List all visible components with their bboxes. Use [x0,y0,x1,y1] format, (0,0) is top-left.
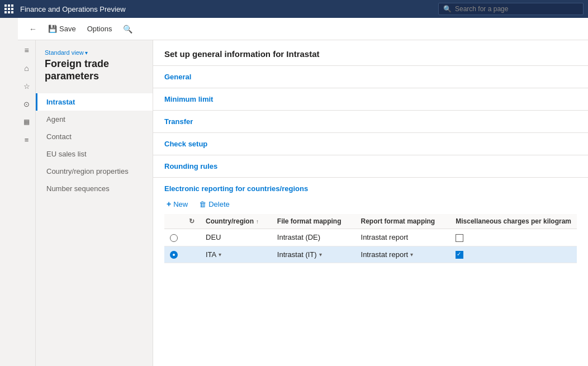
options-label: Options [87,25,112,33]
page-meta: Standard view ▾ Foreign trade parameters [36,45,153,84]
main-layout: ≡ ⌂ ☆ ⊙ ▦ ≡ Standard view ▾ [18,18,588,366]
modules-icon-btn[interactable]: ≡ [19,132,35,148]
favorites-icon-btn[interactable]: ☆ [19,78,35,94]
section-general-label: General [164,73,191,81]
er-section-title: Electronic reporting for countries/regio… [164,184,577,193]
row-ita-refresh-cell [183,246,200,263]
row-deu-country: DEU [200,229,272,246]
waffle-icon[interactable] [4,4,12,13]
hamburger-icon-btn[interactable]: ≡ [19,42,35,58]
content-area: ≡ ⌂ ☆ ⊙ ▦ ≡ Standard view ▾ [18,40,588,366]
save-icon: 💾 [48,25,57,33]
table-row: ITA ▾ Intrastat (IT) ▾ [164,246,577,263]
row-deu-checkbox[interactable] [456,234,463,242]
save-label: Save [59,25,76,33]
recent-icon: ⊙ [23,100,30,108]
country-region-header: Country/region ↑ [206,217,266,225]
section-rounding-rules[interactable]: Rounding rules [153,155,588,178]
side-nav: Standard view ▾ Foreign trade parameters… [36,40,153,366]
new-button[interactable]: + New [164,198,190,210]
home-icon-btn[interactable]: ⌂ [19,60,35,76]
app-icon-bar: ≡ ⌂ ☆ ⊙ ▦ ≡ [18,40,36,366]
ita-country-dropdown-arrow[interactable]: ▾ [219,251,221,258]
app-title: Finance and Operations Preview [20,5,438,13]
new-label: New [173,200,188,208]
row-ita-radio[interactable] [170,251,178,259]
search-toolbar-button[interactable]: 🔍 [118,22,137,36]
row-ita-country-dropdown: ITA ▾ [206,250,266,259]
back-button[interactable]: ← [25,22,41,36]
plus-icon: + [167,199,171,208]
ita-report-dropdown-arrow[interactable]: ▾ [410,251,413,258]
er-toolbar: + New 🗑 Delete [164,198,577,210]
delete-button[interactable]: 🗑 Delete [197,199,232,210]
col-country-region[interactable]: Country/region ↑ [200,214,272,229]
row-ita-report-text: Intrastat report [361,250,409,259]
panel-header: Set up general information for Intrastat [153,40,588,66]
refresh-icon: ↻ [189,217,195,225]
row-deu-misc-cell[interactable] [450,229,577,246]
sidebar-item-country-region-properties[interactable]: Country/region properties [36,163,153,180]
options-button[interactable]: Options [83,22,117,35]
view-chevron-icon: ▾ [85,50,88,56]
row-ita-report-dropdown: Intrastat report ▾ [361,250,445,259]
page-title: Foreign trade parameters [45,58,144,82]
section-check-setup-label: Check setup [164,140,207,148]
modules-icon: ≡ [25,136,29,144]
section-general[interactable]: General [153,66,588,88]
sidebar-item-intrastat[interactable]: Intrastat [36,93,153,111]
section-minimum-limit-label: Minimum limit [164,95,213,103]
row-deu-radio[interactable] [170,234,178,242]
search-toolbar-icon: 🔍 [123,25,132,34]
section-minimum-limit[interactable]: Minimum limit [153,88,588,111]
table-header-row: ↻ Country/region ↑ File format mapping R… [164,214,577,229]
table-row: DEU Intrastat (DE) Intrastat report [164,229,577,246]
section-rounding-rules-label: Rounding rules [164,162,217,170]
ita-file-dropdown-arrow[interactable]: ▾ [319,251,322,258]
row-deu-file-format: Intrastat (DE) [272,229,355,246]
row-ita-radio-cell[interactable] [164,246,183,263]
row-deu-radio-cell[interactable] [164,229,183,246]
delete-label: Delete [208,200,230,208]
section-transfer-label: Transfer [164,117,193,126]
section-check-setup[interactable]: Check setup [153,133,588,155]
sidebar-item-number-sequences[interactable]: Number sequences [36,180,153,197]
row-ita-misc-cell[interactable] [450,246,577,263]
back-icon: ← [29,25,37,34]
row-ita-file-text: Intrastat (IT) [277,250,317,259]
row-ita-file-dropdown: Intrastat (IT) ▾ [277,250,350,259]
search-icon: 🔍 [443,5,452,13]
col-radio [164,214,183,229]
workspaces-icon: ▦ [23,118,30,126]
top-bar: Finance and Operations Preview 🔍 Search … [0,0,588,18]
row-ita-file-format: Intrastat (IT) ▾ [272,246,355,263]
sidebar-item-eu-sales-list[interactable]: EU sales list [36,145,153,163]
delete-icon: 🗑 [199,200,206,208]
search-placeholder-text: Search for a page [455,5,508,13]
toolbar: ← 💾 Save Options 🔍 [18,18,588,40]
view-selector[interactable]: Standard view ▾ [45,49,144,56]
hamburger-icon: ≡ [24,46,29,55]
section-transfer[interactable]: Transfer [153,111,588,133]
row-ita-country: ITA ▾ [200,246,272,263]
row-ita-checkbox[interactable] [456,251,463,259]
row-deu-refresh-cell [183,229,200,246]
favorites-icon: ☆ [23,82,30,91]
sidebar-item-agent[interactable]: Agent [36,111,153,128]
er-table: ↻ Country/region ↑ File format mapping R… [164,214,577,263]
sidebar-item-contact[interactable]: Contact [36,128,153,145]
col-refresh: ↻ [183,214,200,229]
col-file-format-mapping: File format mapping [272,214,355,229]
view-label-text: Standard view [45,49,84,56]
row-ita-report-format: Intrastat report ▾ [355,246,451,263]
nav-items: Intrastat Agent Contact EU sales list Co… [36,93,153,197]
save-button[interactable]: 💾 Save [44,22,80,35]
search-box[interactable]: 🔍 Search for a page [438,3,584,15]
sort-icon[interactable]: ↑ [256,218,259,225]
col-misc-charges: Miscellaneous charges per kilogram [450,214,577,229]
workspaces-icon-btn[interactable]: ▦ [19,114,35,130]
home-icon: ⌂ [24,64,29,73]
recent-icon-btn[interactable]: ⊙ [19,96,35,112]
country-region-header-text: Country/region [206,217,254,225]
col-report-format-mapping: Report format mapping [355,214,451,229]
